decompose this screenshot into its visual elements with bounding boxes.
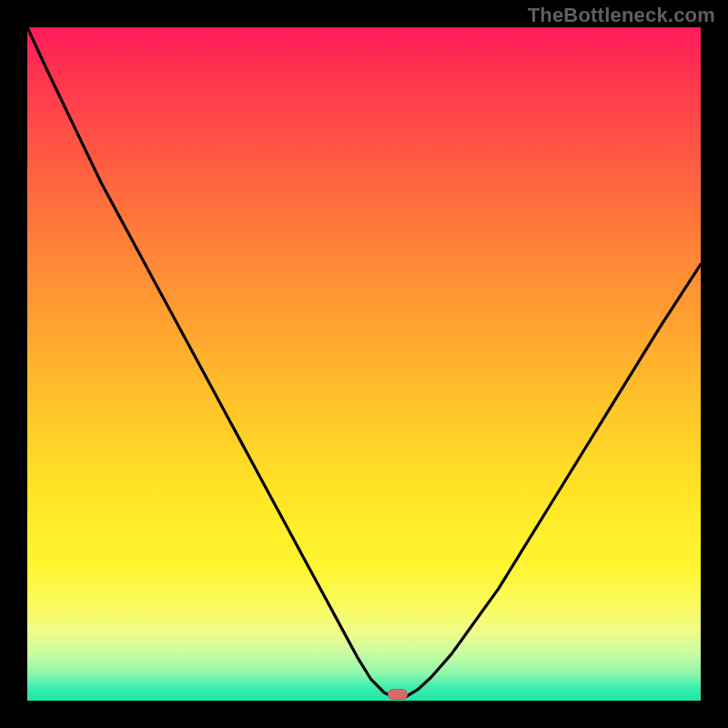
watermark-text: TheBottleneck.com (528, 4, 715, 27)
plot-clip (27, 27, 701, 701)
plot-area (27, 27, 701, 701)
curve-path (27, 27, 701, 698)
optimum-marker (388, 689, 408, 700)
chart-frame: TheBottleneck.com (0, 0, 728, 728)
bottleneck-curve (27, 27, 701, 701)
